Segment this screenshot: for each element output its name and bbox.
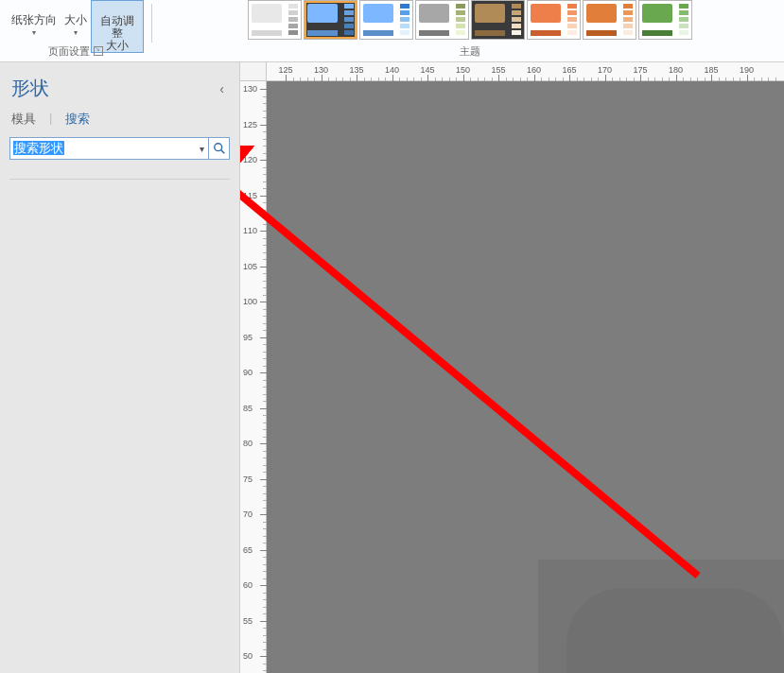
tab-stencils[interactable]: 模具 xyxy=(11,111,36,128)
vruler-tick-label: 115 xyxy=(243,191,257,200)
hruler-tick-label: 145 xyxy=(420,65,434,75)
hruler-tick-label: 150 xyxy=(456,65,470,75)
hruler-tick-label: 180 xyxy=(669,65,683,75)
main-area: 形状 ‹ 模具 | 搜索 搜索形状 ▾ 125130 xyxy=(0,62,784,673)
hruler-tick-label: 160 xyxy=(527,65,541,75)
theme-swatch[interactable] xyxy=(304,0,357,40)
svg-line-1 xyxy=(220,150,224,154)
vruler-tick-label: 50 xyxy=(243,651,253,661)
size-label: 大小 xyxy=(64,13,87,26)
vruler-tick-label: 95 xyxy=(243,333,253,342)
page-watermark xyxy=(538,560,784,673)
hruler-tick-label: 135 xyxy=(349,65,363,75)
horizontal-ruler[interactable]: 1251301351401451501551601651701751801851… xyxy=(267,62,784,81)
hruler-tick-label: 165 xyxy=(562,65,576,75)
theme-swatch[interactable] xyxy=(415,0,469,40)
vruler-tick-label: 120 xyxy=(243,155,257,164)
search-icon xyxy=(213,142,226,155)
drawing-page[interactable] xyxy=(267,81,784,673)
group-separator xyxy=(151,4,152,43)
themes-group-label: 主题 xyxy=(156,42,784,60)
hruler-tick-label: 175 xyxy=(633,65,647,75)
orientation-label: 纸张方向 xyxy=(11,13,57,26)
theme-swatch[interactable] xyxy=(638,0,692,40)
shapes-panel-title: 形状 xyxy=(11,76,49,101)
search-dropdown-icon[interactable]: ▾ xyxy=(195,144,208,154)
vruler-tick-label: 110 xyxy=(243,226,257,235)
hruler-tick-label: 190 xyxy=(740,65,754,75)
vruler-tick-label: 65 xyxy=(243,545,253,555)
shapes-panel: 形状 ‹ 模具 | 搜索 搜索形状 ▾ xyxy=(0,62,240,673)
hruler-tick-label: 185 xyxy=(704,65,718,75)
vruler-tick-label: 60 xyxy=(243,580,253,590)
vruler-tick-label: 100 xyxy=(243,297,257,306)
vruler-tick-label: 85 xyxy=(243,404,253,413)
vruler-tick-label: 55 xyxy=(243,616,253,626)
search-button[interactable] xyxy=(209,137,230,160)
vertical-ruler[interactable]: 1301251201151101051009590858075706560555… xyxy=(240,62,267,673)
tab-separator: | xyxy=(49,111,52,128)
search-input-value: 搜索形状 xyxy=(13,141,64,155)
theme-gallery[interactable] xyxy=(248,0,692,42)
vruler-tick-label: 70 xyxy=(243,509,253,519)
shapes-panel-tabs: 模具 | 搜索 xyxy=(0,107,239,137)
theme-swatch[interactable] xyxy=(527,0,581,40)
vruler-tick-label: 125 xyxy=(243,120,257,129)
svg-point-0 xyxy=(214,144,221,151)
vruler-tick-label: 75 xyxy=(243,475,253,484)
search-input[interactable]: 搜索形状 xyxy=(10,140,195,157)
collapse-panel-icon[interactable]: ‹ xyxy=(216,79,228,98)
hruler-tick-label: 155 xyxy=(491,65,505,75)
canvas-area: 1251301351401451501551601651701751801851… xyxy=(240,62,784,673)
hruler-tick-label: 125 xyxy=(278,65,292,75)
vruler-tick-label: 90 xyxy=(243,368,253,377)
vruler-tick-label: 105 xyxy=(243,262,257,271)
theme-swatch[interactable] xyxy=(583,0,636,40)
sidebar-divider xyxy=(9,179,230,180)
page-setup-dialog-launcher-icon[interactable] xyxy=(94,46,103,56)
ribbon: 纸张方向 ▾ 大小 ▾ 自动调整 大小 页面设置 主题 xyxy=(0,0,784,62)
themes-group: 主题 xyxy=(156,0,784,60)
theme-swatch[interactable] xyxy=(248,0,302,40)
hruler-tick-label: 170 xyxy=(598,65,612,75)
tab-search[interactable]: 搜索 xyxy=(65,111,90,128)
page-setup-group: 纸张方向 ▾ 大小 ▾ 自动调整 大小 页面设置 xyxy=(4,0,148,60)
hruler-tick-label: 140 xyxy=(385,65,399,75)
theme-swatch[interactable] xyxy=(359,0,413,40)
vruler-tick-label: 80 xyxy=(243,439,253,448)
vruler-tick-label: 130 xyxy=(243,84,257,94)
page-setup-group-label: 页面设置 xyxy=(4,42,148,60)
ruler-corner xyxy=(240,62,267,81)
theme-swatch[interactable] xyxy=(471,0,525,40)
search-box[interactable]: 搜索形状 ▾ xyxy=(9,137,209,160)
hruler-tick-label: 130 xyxy=(314,65,328,75)
search-row: 搜索形状 ▾ xyxy=(9,137,230,160)
